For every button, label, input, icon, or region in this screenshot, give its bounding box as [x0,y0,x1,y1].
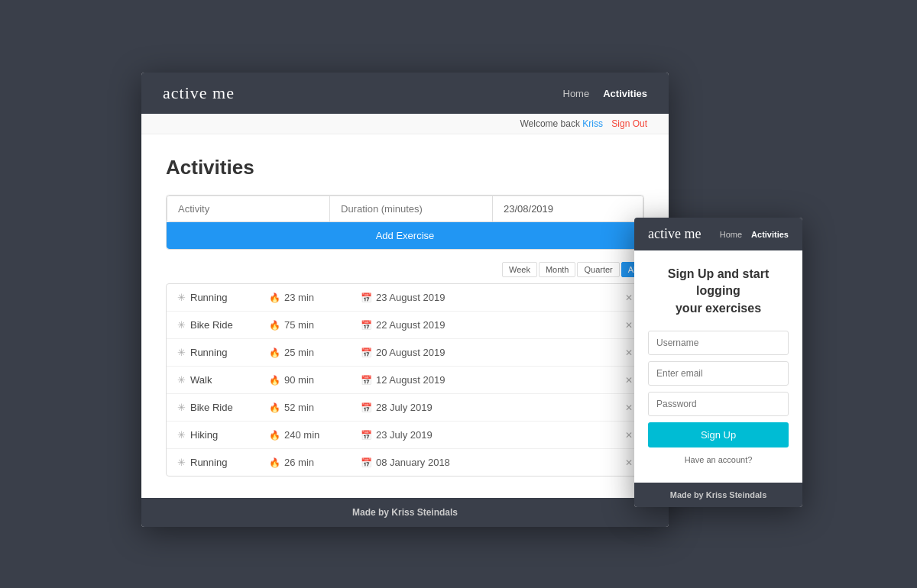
duration-value: 75 min [284,319,314,331]
delete-button[interactable]: ✕ [625,402,633,413]
table-row: ✳ Walk 🔥 90 min 📅 12 August 2019 ✕ [167,367,643,394]
duration-value: 90 min [284,374,314,386]
table-row: ✳ Running 🔥 26 min 📅 08 January 2018 ✕ [167,449,643,476]
delete-button[interactable]: ✕ [625,430,633,441]
table-row: ✳ Running 🔥 23 min 📅 23 August 2019 ✕ [167,284,643,312]
activity-duration: 🔥 75 min [269,319,361,331]
signup-window: active me Home Activities Sign Up and st… [634,218,802,507]
duration-icon: 🔥 [269,347,280,358]
activity-name: ✳ Walk [177,374,269,386]
main-nav-activities[interactable]: Activities [603,88,647,99]
duration-icon: 🔥 [269,320,280,331]
delete-button[interactable]: ✕ [625,320,633,331]
activity-label: Bike Ride [190,319,233,331]
table-row: ✳ Bike Ride 🔥 52 min 📅 28 July 2019 ✕ [167,394,643,422]
filter-quarter[interactable]: Quarter [577,262,619,277]
signup-footer-author: Kriss Steindals [706,490,766,499]
duration-value: 25 min [284,347,314,358]
signup-heading-line2: your exercises [676,302,761,315]
activity-duration: 🔥 23 min [269,292,361,303]
activity-name: ✳ Running [177,347,269,358]
duration-icon: 🔥 [269,402,280,413]
activity-name: ✳ Bike Ride [177,402,269,413]
date-value: 12 August 2019 [376,374,445,386]
activity-label: Running [190,457,227,468]
main-content: Welcome back Kriss Sign Out Activities A… [141,114,669,498]
activity-duration: 🔥 25 min [269,347,361,358]
top-bar: Welcome back Kriss Sign Out [141,114,669,134]
activities-table: ✳ Running 🔥 23 min 📅 23 August 2019 ✕ [166,283,644,477]
activity-icon: ✳ [177,457,186,468]
date-value: 22 August 2019 [376,319,445,331]
date-value: 08 January 2018 [376,457,450,468]
delete-button[interactable]: ✕ [625,375,633,386]
signup-heading: Sign Up and start logging your exercises [648,266,789,317]
activity-date: 📅 22 August 2019 [361,319,625,331]
have-account-text: Have an account? [648,455,789,464]
delete-button[interactable]: ✕ [625,347,633,358]
signup-username-input[interactable] [648,331,789,355]
table-row: ✳ Bike Ride 🔥 75 min 📅 22 August 2019 ✕ [167,312,643,339]
activity-icon: ✳ [177,374,186,386]
signup-content: Sign Up and start logging your exercises… [634,250,802,483]
activity-icon: ✳ [177,402,186,413]
duration-icon: 🔥 [269,457,280,468]
date-icon: 📅 [361,402,372,413]
table-row: ✳ Hiking 🔥 240 min 📅 23 July 2019 ✕ [167,422,643,449]
signup-button[interactable]: Sign Up [648,422,789,447]
duration-value: 52 min [284,402,314,413]
activity-name: ✳ Running [177,457,269,468]
signout-link[interactable]: Sign Out [611,118,647,129]
signup-nav-activities[interactable]: Activities [751,230,789,239]
duration-icon: 🔥 [269,430,280,441]
delete-button[interactable]: ✕ [625,292,633,303]
filter-month[interactable]: Month [539,262,576,277]
signup-password-input[interactable] [648,392,789,416]
activity-date: 📅 08 January 2018 [361,457,625,468]
main-window: active me Home Activities Welcome back K… [141,73,669,527]
activity-date: 📅 20 August 2019 [361,347,625,358]
signup-footer-text: Made by [670,490,704,499]
activity-name: ✳ Hiking [177,429,269,441]
date-icon: 📅 [361,347,372,358]
duration-icon: 🔥 [269,375,280,386]
duration-value: 23 min [284,292,314,303]
activity-label: Bike Ride [190,402,233,413]
main-footer: Made by Kriss Steindals [141,498,669,527]
activity-date: 📅 23 July 2019 [361,429,625,441]
activity-label: Hiking [190,429,218,441]
main-nav-home[interactable]: Home [563,88,590,99]
footer-author: Kriss Steindals [391,507,458,518]
footer-text: Made by [352,507,389,518]
form-row [167,195,643,222]
date-value: 28 July 2019 [376,402,433,413]
main-nav-links: Home Activities [563,88,648,99]
add-exercise-button[interactable]: Add Exercise [167,222,643,249]
date-icon: 📅 [361,375,372,386]
delete-button[interactable]: ✕ [625,457,633,468]
activity-label: Walk [190,374,212,386]
signup-brand-logo: active me [648,226,701,242]
activity-input[interactable] [167,196,329,221]
activity-duration: 🔥 26 min [269,457,361,468]
duration-value: 26 min [284,457,314,468]
welcome-text: Welcome back [520,118,579,129]
date-icon: 📅 [361,292,372,303]
date-value: 20 August 2019 [376,347,445,358]
signup-email-input[interactable] [648,361,789,386]
topbar-username: Kriss [582,118,603,129]
activity-icon: ✳ [177,292,186,303]
duration-value: 240 min [284,429,319,441]
activity-icon: ✳ [177,347,186,358]
signup-navbar: active me Home Activities [634,218,802,250]
signup-nav-home[interactable]: Home [720,230,742,239]
activity-icon: ✳ [177,319,186,331]
main-brand-logo: active me [163,83,235,103]
date-value: 23 August 2019 [376,292,445,303]
activity-duration: 🔥 90 min [269,374,361,386]
duration-input[interactable] [329,196,492,221]
date-input[interactable] [492,196,643,221]
filter-week[interactable]: Week [502,262,537,277]
activity-date: 📅 28 July 2019 [361,402,625,413]
activity-name: ✳ Running [177,292,269,303]
